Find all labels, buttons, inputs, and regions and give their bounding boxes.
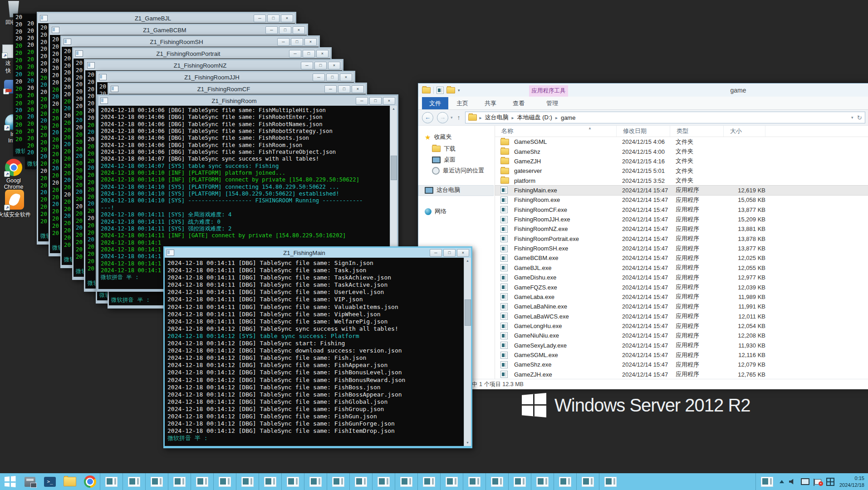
- tab-2[interactable]: 共享: [476, 97, 505, 109]
- titlebar[interactable]: Z1_FishingRoomNZ─□×: [85, 60, 342, 70]
- scrollbar[interactable]: ▲ ▼: [464, 258, 471, 446]
- breadcrumb-item[interactable]: game: [561, 114, 576, 121]
- minimize-button[interactable]: ─: [356, 97, 368, 105]
- refresh-icon[interactable]: ↻: [857, 114, 862, 121]
- minimize-button[interactable]: ─: [324, 85, 337, 93]
- file-row[interactable]: gateserver2024/12/15 5:01文件夹: [495, 166, 868, 176]
- taskbar-console-button[interactable]: [463, 473, 485, 490]
- qat-folder-icon[interactable]: [422, 87, 431, 93]
- hidden-icons-arrow[interactable]: [780, 480, 784, 483]
- file-row[interactable]: GameLaBaWCS.exe2024/12/14 15:47应用程序12,01…: [495, 311, 868, 321]
- column-header-3[interactable]: 大小: [724, 126, 765, 137]
- taskbar-console-button[interactable]: [485, 473, 508, 490]
- taskbar-console-button[interactable]: [576, 473, 599, 490]
- start-button[interactable]: [0, 473, 20, 490]
- chrome-button[interactable]: [80, 473, 100, 490]
- taskbar-console-button[interactable]: [508, 473, 531, 490]
- volume-muted-icon[interactable]: ×: [789, 479, 796, 485]
- scroll-up-icon[interactable]: ▲: [390, 106, 397, 112]
- scroll-down-icon[interactable]: ▼: [464, 440, 471, 446]
- titlebar[interactable]: Z1_FishingRoom ─ □ ×: [98, 96, 397, 106]
- scroll-up-icon[interactable]: ▲: [464, 258, 471, 264]
- taskbar-console-button[interactable]: [236, 473, 259, 490]
- maximize-button[interactable]: □: [291, 38, 303, 46]
- sidebar-item-this-pc[interactable]: 这台电脑: [425, 185, 460, 195]
- file-row[interactable]: GameZJH.exe2024/12/14 15:47应用程序12,765 KB: [495, 370, 868, 379]
- file-row[interactable]: GameNiuNiu.exe2024/12/14 15:47应用程序12,208…: [495, 331, 868, 340]
- file-row[interactable]: GameLaba.exe2024/12/14 15:47应用程序11,989 K…: [495, 292, 868, 302]
- titlebar[interactable]: Z1_FishingRoomSH─□×: [62, 37, 319, 47]
- file-row[interactable]: GameLaBaNine.exe2024/12/14 15:47应用程序11,9…: [495, 302, 868, 311]
- maximize-button[interactable]: □: [267, 15, 280, 22]
- file-row[interactable]: FishingRoomNZ.exe2024/12/14 15:47应用程序13,…: [495, 224, 868, 234]
- minimize-button[interactable]: ─: [301, 62, 313, 69]
- taskbar-console-button[interactable]: [395, 473, 417, 490]
- tab-3[interactable]: 查看: [505, 97, 533, 109]
- clock[interactable]: 0:15 2024/12/18: [839, 475, 864, 489]
- file-row[interactable]: GameBCBM.exe2024/12/14 15:47应用程序12,025 K…: [495, 253, 868, 263]
- file-row[interactable]: GameSGML2024/12/15 4:06文件夹: [495, 137, 868, 147]
- maximize-button[interactable]: □: [314, 62, 327, 69]
- titlebar[interactable]: Z1_FishingRoomJJH─□×: [97, 72, 354, 82]
- taskbar-console-button[interactable]: [281, 473, 304, 490]
- file-row[interactable]: GameShz.exe2024/12/14 15:47应用程序12,079 KB: [495, 360, 868, 369]
- taskbar-console-button[interactable]: [168, 473, 191, 490]
- taskbar-console-button[interactable]: [191, 473, 213, 490]
- maximize-button[interactable]: □: [443, 249, 456, 257]
- tab-1[interactable]: 主页: [448, 97, 476, 109]
- file-row[interactable]: FishingRoom.exe2024/12/14 15:47应用程序15,05…: [495, 195, 868, 205]
- maximize-button[interactable]: □: [338, 85, 350, 93]
- maximize-button[interactable]: □: [326, 74, 338, 81]
- up-button[interactable]: ↑: [457, 114, 461, 121]
- tab-file[interactable]: 文件: [422, 97, 448, 109]
- titlebar[interactable]: Z1_FishingRoomPortrait─□×: [74, 49, 330, 59]
- taskbar-console-button[interactable]: [440, 473, 463, 490]
- taskbar-console-button[interactable]: [259, 473, 281, 490]
- taskbar-console-button[interactable]: [599, 473, 622, 490]
- file-row[interactable]: FishingRoomPortrait.exe2024/12/14 15:47应…: [495, 234, 868, 244]
- tab-4[interactable]: 管理: [538, 97, 566, 109]
- taskbar-console-button[interactable]: [417, 473, 440, 490]
- close-button[interactable]: ×: [328, 62, 340, 69]
- close-button[interactable]: ×: [281, 15, 293, 22]
- huorong-shortcut[interactable]: ↗火绒安全软件: [0, 190, 31, 219]
- file-row[interactable]: platform2024/12/15 3:52文件夹: [495, 176, 868, 185]
- taskbar-console-button[interactable]: [100, 473, 123, 490]
- address-bar[interactable]: ▸这台电脑▸本地磁盘 (D:)▸game ▾ ↻: [465, 112, 865, 123]
- taskbar-console-button[interactable]: [145, 473, 168, 490]
- file-row[interactable]: GameSexyLady.exe2024/12/14 15:47应用程序11,9…: [495, 341, 868, 350]
- minimize-button[interactable]: ─: [277, 38, 289, 46]
- close-button[interactable]: ×: [340, 74, 352, 81]
- close-button[interactable]: ×: [304, 38, 317, 46]
- taskbar-console-button[interactable]: [304, 473, 327, 490]
- scroll-thumb[interactable]: [391, 156, 397, 180]
- scroll-thumb[interactable]: [465, 299, 471, 326]
- taskbar-console-button[interactable]: [372, 473, 395, 490]
- titlebar[interactable]: Z1_GameBCBM─□×: [50, 25, 307, 35]
- sidebar-item-1[interactable]: 桌面: [432, 155, 456, 165]
- titlebar[interactable]: Z1_GameBJL─□×: [38, 13, 295, 23]
- breadcrumb-item[interactable]: 本地磁盘 (D:): [517, 113, 552, 122]
- close-button[interactable]: ×: [383, 97, 395, 105]
- maximize-button[interactable]: □: [303, 50, 315, 58]
- qat-newfolder-icon[interactable]: [446, 87, 455, 93]
- taskbar-console-button[interactable]: [531, 473, 554, 490]
- forward-button[interactable]: →: [437, 112, 448, 123]
- file-row[interactable]: GameLongHu.exe2024/12/14 15:47应用程序12,054…: [495, 321, 868, 331]
- titlebar[interactable]: Z1_FishingMain ─ □ ×: [165, 248, 471, 258]
- titlebar[interactable]: Z1_FishingRoomCF─□×: [109, 84, 366, 94]
- file-row[interactable]: FishingRoomSH.exe2024/12/14 15:47应用程序13,…: [495, 244, 868, 253]
- taskbar-console-button[interactable]: [554, 473, 576, 490]
- back-button[interactable]: ←: [422, 112, 433, 123]
- sidebar-item-favorites[interactable]: ★ 收藏夹: [425, 132, 451, 142]
- close-button[interactable]: ×: [316, 50, 329, 58]
- address-dropdown-icon[interactable]: ▾: [851, 115, 853, 120]
- minimize-button[interactable]: ─: [254, 15, 266, 22]
- sidebar-item-0[interactable]: 下载: [432, 144, 456, 154]
- ime-indicator-icon[interactable]: [826, 478, 834, 486]
- file-row[interactable]: FishingRoomCF.exe2024/12/14 15:47应用程序13,…: [495, 205, 868, 215]
- powershell-button[interactable]: >_: [40, 473, 60, 490]
- column-header-0[interactable]: 名称: [495, 126, 617, 137]
- explorer-titlebar[interactable]: game ▾ 应用程序工具: [418, 83, 868, 97]
- minimize-button[interactable]: ─: [313, 74, 325, 81]
